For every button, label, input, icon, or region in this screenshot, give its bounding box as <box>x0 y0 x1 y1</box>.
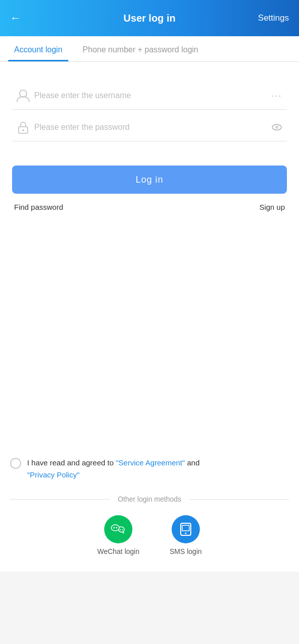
login-form: ··· Log in Find password Sign up <box>0 62 299 223</box>
privacy-policy-link[interactable]: "Privacy Policy" <box>27 470 80 479</box>
password-field-row <box>12 114 287 141</box>
svg-point-7 <box>113 527 115 529</box>
more-options-icon[interactable]: ··· <box>267 91 287 101</box>
other-methods-label: Other login methods <box>110 495 189 503</box>
svg-point-2 <box>22 129 24 131</box>
tab-bar: Account login Phone number + password lo… <box>0 36 299 62</box>
tab-phone-login[interactable]: Phone number + password login <box>77 36 204 61</box>
svg-point-9 <box>120 529 121 530</box>
toggle-password-icon[interactable] <box>267 121 287 133</box>
agreement-checkbox[interactable] <box>10 458 21 469</box>
sms-icon <box>172 515 200 543</box>
username-input[interactable] <box>34 91 267 100</box>
wechat-icon <box>104 515 132 543</box>
avatar-icon <box>12 88 34 103</box>
empty-area <box>0 223 299 445</box>
sign-up-link[interactable]: Sign up <box>259 203 285 211</box>
svg-point-0 <box>20 90 27 97</box>
tab-account-login[interactable]: Account login <box>8 36 68 61</box>
links-row: Find password Sign up <box>12 194 287 211</box>
lock-icon <box>12 120 34 135</box>
back-button[interactable]: ← <box>10 12 21 25</box>
svg-point-8 <box>116 527 117 529</box>
username-field-row: ··· <box>12 82 287 110</box>
wechat-login-method[interactable]: WeChat login <box>97 515 139 555</box>
svg-point-5 <box>276 127 277 128</box>
other-login-methods: WeChat login SMS login <box>0 509 299 572</box>
login-button[interactable]: Log in <box>12 166 287 194</box>
sms-login-method[interactable]: SMS login <box>170 515 202 555</box>
agreement-section: I have read and agreed to "Service Agree… <box>0 445 299 489</box>
password-input[interactable] <box>34 123 267 132</box>
settings-link[interactable]: Settings <box>258 13 289 23</box>
find-password-link[interactable]: Find password <box>14 203 63 211</box>
svg-point-13 <box>185 533 186 534</box>
service-agreement-link[interactable]: "Service Agreement" <box>116 458 185 467</box>
agreement-text: I have read and agreed to "Service Agree… <box>27 457 200 481</box>
other-methods-divider: Other login methods <box>0 489 299 509</box>
app-header: ← User log in Settings <box>0 0 299 36</box>
sms-label: SMS login <box>170 547 202 555</box>
wechat-label: WeChat login <box>97 547 139 555</box>
svg-rect-12 <box>182 525 189 531</box>
svg-point-10 <box>122 529 123 530</box>
divider-left <box>10 499 110 500</box>
page-title: User log in <box>123 13 175 24</box>
divider-right <box>189 499 289 500</box>
